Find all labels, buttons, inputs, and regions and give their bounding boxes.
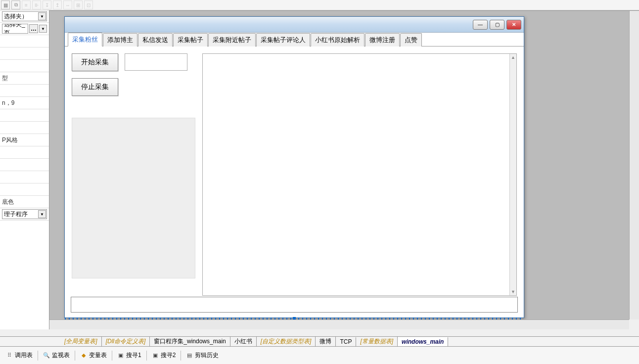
toolbar-icon-8: ⊞ <box>74 0 83 9</box>
prop-cell[interactable] <box>0 122 49 134</box>
prop-cell[interactable] <box>0 85 49 97</box>
textarea-scrollbar[interactable] <box>509 54 516 295</box>
prop-cell[interactable]: P风格 <box>0 134 49 146</box>
toolbar-icon-6: ↥ <box>53 0 62 9</box>
sb-call-label: 调用表 <box>15 351 33 360</box>
designer-scrollbar-horizontal[interactable] <box>49 319 629 329</box>
designer-scrollbar-vertical[interactable] <box>629 11 639 319</box>
editor-tab-tcp[interactable]: TCP <box>336 337 356 346</box>
property-combo-2[interactable]: 选择夹_页 <box>2 24 28 34</box>
separator <box>38 351 38 361</box>
top-toolbar: ▦ ⧉ ≡ ⊪ ↧ ↥ ↔ ⊞ ⊡ <box>0 0 639 10</box>
separator <box>112 351 112 361</box>
log-textarea[interactable] <box>202 53 517 296</box>
search2-icon: ▣ <box>152 352 159 359</box>
scroll-corner <box>629 319 639 329</box>
editor-tab-weibo[interactable]: 微博 <box>316 336 336 346</box>
tab-nearby-posts[interactable]: 采集附近帖子 <box>208 33 256 46</box>
magnify-icon: 🔍 <box>43 352 50 359</box>
result-listbox[interactable] <box>72 118 195 278</box>
tab-strip: 采集粉丝 添加博主 私信发送 采集帖子 采集附近帖子 采集帖子评论人 小红书原始… <box>65 33 524 46</box>
status-textbox[interactable] <box>71 297 518 313</box>
sb-search-1[interactable]: ▣ 搜寻1 <box>114 350 144 361</box>
prop-cell[interactable]: 底色 <box>0 196 49 208</box>
editor-tabs: [全局变量表] [Dll命令定义表] 窗口程序集_windows_main 小红… <box>0 336 639 346</box>
tab-dm-send[interactable]: 私信发送 <box>138 33 173 46</box>
sb-clip-history[interactable]: ▤ 剪辑历史 <box>183 350 222 361</box>
prop-cell[interactable]: n，9 <box>0 97 49 109</box>
sb-var-table[interactable]: ◆ 变量表 <box>77 350 110 361</box>
prop-cell[interactable] <box>0 47 49 60</box>
tab-collect-posts[interactable]: 采集帖子 <box>173 33 208 46</box>
sub-proc-combo[interactable]: 理子程序 ▼ <box>2 209 47 219</box>
editor-tab-winmain-set[interactable]: 窗口程序集_windows_main <box>150 336 230 346</box>
combo-1-text: 选择夹） <box>4 12 28 21</box>
separator <box>75 351 75 361</box>
designer-surface: — ▢ ✕ 采集粉丝 添加博主 私信发送 采集帖子 采集附近帖子 采集帖子评论人… <box>49 10 639 329</box>
left-property-panel: 选择夹） ▼ 选择夹_页 … ▼ 型 n，9 P风格 底色 理子程序 ▼ <box>0 10 49 329</box>
stop-collect-button[interactable]: 停止采集 <box>72 78 118 96</box>
editor-tab-consts[interactable]: [常量数据表] <box>356 336 398 346</box>
toolbar-icon-5: ↧ <box>43 0 51 9</box>
property-combo-1[interactable]: 选择夹） ▼ <box>2 11 47 21</box>
start-collect-button[interactable]: 开始采集 <box>72 53 118 71</box>
editor-tab-dll[interactable]: [Dll命令定义表] <box>102 336 150 346</box>
sb-search1-label: 搜寻1 <box>126 351 141 360</box>
prop-cell[interactable] <box>0 159 49 171</box>
toolbar-icon-7: ↔ <box>63 0 72 9</box>
combo-2-arrow-icon[interactable]: ▼ <box>39 25 47 33</box>
editor-tab-windows-main[interactable]: windows_main <box>398 337 448 346</box>
prop-cell[interactable] <box>0 35 49 47</box>
sb-watch-table[interactable]: 🔍 监视表 <box>40 350 73 361</box>
status-bar: ⠿ 调用表 🔍 监视表 ◆ 变量表 ▣ 搜寻1 ▣ 搜寻2 ▤ 剪辑历史 <box>0 346 639 364</box>
tab-collect-fans[interactable]: 采集粉丝 <box>68 33 102 46</box>
sb-call-table[interactable]: ⠿ 调用表 <box>3 350 36 361</box>
combo-1-arrow-icon[interactable]: ▼ <box>38 12 46 20</box>
tab-content: 开始采集 停止采集 <box>65 46 524 303</box>
titlebar: — ▢ ✕ <box>65 17 524 33</box>
toolbar-icon-9: ⊡ <box>84 0 93 9</box>
toolbar-icon-1[interactable]: ▦ <box>1 0 10 9</box>
tab-commenters[interactable]: 采集帖子评论人 <box>256 33 310 46</box>
input-textbox[interactable] <box>125 53 187 71</box>
ellipsis-button[interactable]: … <box>29 24 38 33</box>
tab-add-blogger[interactable]: 添加博主 <box>103 33 137 46</box>
search1-icon: ▣ <box>117 352 124 359</box>
prop-cell[interactable] <box>0 183 49 196</box>
sb-var-label: 变量表 <box>89 351 107 360</box>
prop-cell[interactable] <box>0 171 49 183</box>
var-icon: ◆ <box>80 352 87 359</box>
separator <box>181 351 181 361</box>
prop-cell[interactable] <box>0 109 49 122</box>
sb-search2-label: 搜寻2 <box>161 351 176 360</box>
prop-cell[interactable] <box>0 146 49 159</box>
sb-search-2[interactable]: ▣ 搜寻2 <box>149 350 179 361</box>
editor-tab-types[interactable]: [自定义数据类型表] <box>257 336 316 346</box>
prop-cell[interactable] <box>0 60 49 72</box>
separator <box>146 351 147 361</box>
sub-proc-text: 理子程序 <box>4 210 28 219</box>
editor-tab-xhs[interactable]: 小红书 <box>230 336 257 346</box>
editor-tab-globals[interactable]: [全局变量表] <box>60 336 102 346</box>
close-button[interactable]: ✕ <box>506 20 521 30</box>
tab-weibo-reg[interactable]: 微博注册 <box>365 33 400 46</box>
grid-icon: ⠿ <box>6 352 13 359</box>
combo-2-text: 选择夹_页 <box>4 24 26 34</box>
sub-proc-arrow-icon[interactable]: ▼ <box>38 210 46 218</box>
tab-xhs-raw[interactable]: 小红书原始解析 <box>311 33 365 46</box>
maximize-button[interactable]: ▢ <box>490 20 504 30</box>
minimize-button[interactable]: — <box>473 20 488 30</box>
form-window[interactable]: — ▢ ✕ 采集粉丝 添加博主 私信发送 采集帖子 采集附近帖子 采集帖子评论人… <box>64 16 524 318</box>
sb-clip-label: 剪辑历史 <box>195 351 219 360</box>
toolbar-icon-3: ≡ <box>22 0 31 9</box>
sb-watch-label: 监视表 <box>52 351 70 360</box>
left-controls: 开始采集 停止采集 <box>72 53 195 296</box>
toolbar-icon-4: ⊪ <box>32 0 41 9</box>
toolbar-icon-2[interactable]: ⧉ <box>11 0 20 9</box>
tab-like[interactable]: 点赞 <box>400 33 422 46</box>
prop-cell[interactable]: 型 <box>0 72 49 85</box>
clip-icon: ▤ <box>186 352 193 359</box>
